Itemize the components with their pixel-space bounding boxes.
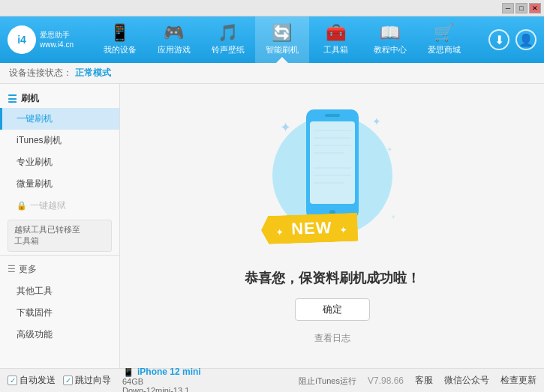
download-button[interactable]: ⬇ bbox=[488, 29, 509, 50]
confirm-button[interactable]: 确定 bbox=[295, 298, 370, 321]
history-link[interactable]: 查看日志 bbox=[314, 332, 350, 345]
sparkle-1: ✦ bbox=[280, 119, 291, 136]
success-text: 恭喜您，保资料刷机成功啦！ bbox=[245, 269, 420, 287]
bottom-left: ✓ 自动发送 ✓ 跳过向导 📱 iPhone 12 mini 64GB Down… bbox=[8, 366, 201, 392]
bottom-right: 阻止iTunes运行 V7.98.66 客服 微信公众号 检查更新 bbox=[299, 374, 536, 387]
flash-section-header: ☰ 刷机 bbox=[0, 88, 119, 108]
skip-wizard-checkbox[interactable]: ✓ 跳过向导 bbox=[63, 374, 111, 387]
main-area: ☰ 刷机 一键刷机 iTunes刷机 专业刷机 微量刷机 🔒 一键越狱 越狱工具… bbox=[0, 84, 544, 368]
sidebar-notice: 越狱工具已转移至工具箱 bbox=[8, 220, 112, 252]
new-banner-stars-left: ✦ bbox=[275, 227, 283, 236]
my-device-icon: 📱 bbox=[110, 25, 130, 41]
sidebar-item-advanced[interactable]: 高级功能 bbox=[0, 324, 119, 346]
sidebar-item-itunes-flash[interactable]: iTunes刷机 bbox=[0, 130, 119, 151]
sidebar-item-pro-flash[interactable]: 专业刷机 bbox=[0, 151, 119, 173]
check-update-link[interactable]: 检查更新 bbox=[500, 374, 536, 387]
header-right: ⬇ 👤 bbox=[488, 29, 536, 50]
itunes-status: 阻止iTunes运行 bbox=[299, 376, 356, 387]
device-info: 📱 iPhone 12 mini 64GB Down-12mini-13,1 bbox=[122, 366, 201, 392]
new-banner: ✦ NEW ✦ bbox=[260, 212, 358, 244]
more-section-header: ☰ 更多 bbox=[0, 259, 119, 280]
phone-new-container: ✦ ✦ ✦ ✦ bbox=[265, 108, 400, 258]
ringtone-icon: 🎵 bbox=[218, 25, 238, 41]
device-model: Down-12mini-13,1 bbox=[122, 386, 201, 392]
auto-send-checkbox-box[interactable]: ✓ bbox=[8, 376, 17, 385]
header: i4 爱思助手 www.i4.cn 📱 我的设备 🎮 应用游戏 🎵 铃声壁纸 🔄… bbox=[0, 16, 544, 63]
auto-send-checkbox[interactable]: ✓ 自动发送 bbox=[8, 374, 56, 387]
content-area: ✦ ✦ ✦ ✦ bbox=[120, 84, 544, 368]
wechat-link[interactable]: 微信公众号 bbox=[444, 374, 489, 387]
more-icon: ☰ bbox=[8, 264, 16, 274]
smart-flash-icon: 🔄 bbox=[272, 25, 292, 41]
nav-apps-games[interactable]: 🎮 应用游戏 bbox=[147, 16, 201, 63]
nav-ringtone-wallpaper[interactable]: 🎵 铃声壁纸 bbox=[201, 16, 255, 63]
nav-tutorial[interactable]: 📖 教程中心 bbox=[363, 16, 417, 63]
apps-games-icon: 🎮 bbox=[164, 25, 184, 41]
logo-area: i4 爱思助手 www.i4.cn bbox=[8, 25, 75, 54]
close-button[interactable]: ✕ bbox=[529, 3, 541, 13]
status-bar: 设备连接状态： 正常模式 bbox=[0, 63, 544, 84]
logo-icon: i4 bbox=[17, 34, 26, 46]
svg-rect-1 bbox=[310, 121, 355, 204]
logo-text: 爱思助手 www.i4.cn bbox=[40, 30, 74, 49]
skip-wizard-checkbox-box[interactable]: ✓ bbox=[63, 376, 73, 385]
bottom-bar: ✓ 自动发送 ✓ 跳过向导 📱 iPhone 12 mini 64GB Down… bbox=[0, 368, 544, 392]
logo-url: www.i4.cn bbox=[40, 40, 74, 49]
sidebar-item-download-firmware[interactable]: 下载固件 bbox=[0, 302, 119, 324]
svg-rect-3 bbox=[325, 114, 340, 117]
sidebar: ☰ 刷机 一键刷机 iTunes刷机 专业刷机 微量刷机 🔒 一键越狱 越狱工具… bbox=[0, 84, 120, 368]
nav-aisi-store[interactable]: 🛒 爱思商城 bbox=[417, 16, 471, 63]
lock-icon: 🔒 bbox=[17, 201, 27, 211]
nav-smart-flash[interactable]: 🔄 智能刷机 bbox=[255, 16, 309, 63]
tutorial-icon: 📖 bbox=[380, 25, 400, 41]
sparkle-3: ✦ bbox=[386, 145, 392, 154]
sidebar-divider bbox=[0, 255, 119, 256]
customer-service-link[interactable]: 客服 bbox=[415, 374, 433, 387]
nav-my-device[interactable]: 📱 我的设备 bbox=[93, 16, 147, 63]
toolbox-icon: 🧰 bbox=[326, 25, 346, 41]
sidebar-item-one-click-flash[interactable]: 一键刷机 bbox=[0, 108, 119, 130]
sidebar-item-other-tools[interactable]: 其他工具 bbox=[0, 280, 119, 302]
flash-section-icon: ☰ bbox=[8, 93, 17, 105]
status-label: 设备连接状态： bbox=[9, 67, 72, 79]
sparkle-4: ✦ bbox=[391, 214, 396, 220]
logo-circle: i4 bbox=[8, 25, 36, 54]
nav-bar: 📱 我的设备 🎮 应用游戏 🎵 铃声壁纸 🔄 智能刷机 🧰 工具箱 📖 教程中心… bbox=[83, 16, 481, 63]
device-storage: 64GB bbox=[122, 377, 201, 386]
store-icon: 🛒 bbox=[434, 25, 454, 41]
logo-name: 爱思助手 bbox=[40, 30, 74, 40]
flash-section-label: 刷机 bbox=[21, 92, 39, 105]
title-bar: ─ □ ✕ bbox=[0, 0, 544, 16]
window-controls: ─ □ ✕ bbox=[502, 3, 541, 13]
sidebar-item-micro-flash[interactable]: 微量刷机 bbox=[0, 173, 119, 195]
success-illustration: ✦ ✦ ✦ ✦ bbox=[245, 108, 420, 345]
version: V7.98.66 bbox=[368, 376, 404, 386]
sparkle-2: ✦ bbox=[372, 115, 381, 127]
nav-toolbox[interactable]: 🧰 工具箱 bbox=[309, 16, 363, 63]
maximize-button[interactable]: □ bbox=[515, 3, 527, 13]
phone-svg bbox=[302, 108, 362, 220]
sidebar-item-jailbreak-disabled: 🔒 一键越狱 bbox=[0, 195, 119, 217]
new-label: NEW bbox=[290, 217, 332, 238]
user-button[interactable]: 👤 bbox=[515, 29, 536, 50]
new-banner-stars-right: ✦ bbox=[339, 225, 347, 234]
minimize-button[interactable]: ─ bbox=[502, 3, 514, 13]
status-value: 正常模式 bbox=[75, 67, 111, 79]
